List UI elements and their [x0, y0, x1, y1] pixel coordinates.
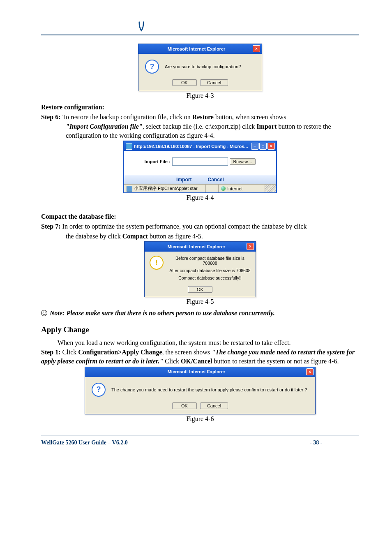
fig46-dialog: Microsoft Internet Explorer × ? The chan… [85, 367, 316, 414]
resize-grip[interactable] [265, 185, 276, 192]
close-icon[interactable]: × [267, 143, 275, 150]
warning-icon: ! [150, 256, 164, 270]
fig45-dialog: Microsoft Internet Explorer × ! Before c… [144, 241, 256, 297]
maximize-icon[interactable]: □ [259, 143, 267, 150]
import-link[interactable]: Import [176, 177, 191, 183]
fig43-title: Microsoft Internet Explorer [141, 46, 252, 51]
close-icon[interactable]: × [253, 45, 260, 52]
footer-rule [41, 435, 359, 435]
restore-step-body: "Import Configuration file", select back… [66, 122, 359, 140]
fig44-button-row: Import Cancel [124, 175, 276, 184]
ok-button[interactable]: OK [172, 79, 197, 86]
fig43-titlebar: Microsoft Internet Explorer × [138, 44, 262, 54]
fig44-statusbar: 小应用程序 FtpClientApplet star Internet [124, 184, 276, 192]
import-file-label: Import File : [145, 159, 171, 164]
footer-left: WellGate 5260 User Guide – V6.2.0 [41, 439, 310, 446]
fig46-titlebar: Microsoft Internet Explorer × [85, 367, 315, 377]
close-icon[interactable]: × [306, 368, 314, 375]
fig46-message: The change you made need to restart the … [111, 387, 307, 392]
step6-label: Step 6: [41, 113, 61, 120]
import-file-input[interactable] [172, 157, 228, 166]
fig44-window: http://192.168.19.180:10087 - Import Con… [123, 141, 277, 193]
fig46-title: Microsoft Internet Explorer [88, 369, 305, 374]
fig44-titlebar: http://192.168.19.180:10087 - Import Con… [124, 141, 276, 151]
compact-heading: Compact the database file: [41, 212, 359, 221]
fig45-msg3: Compact database successfully!! [169, 275, 251, 280]
cancel-button[interactable]: Cancel [200, 402, 228, 409]
cancel-link[interactable]: Cancel [208, 177, 224, 183]
cancel-button[interactable]: Cancel [200, 79, 228, 86]
step7-label: Step 7: [41, 223, 61, 230]
restore-step: Step 6: To restore the backup configurat… [41, 113, 359, 122]
page-footer: WellGate 5260 User Guide – V6.2.0 - 38 - [41, 439, 359, 446]
brand-text: m [141, 25, 143, 29]
note-line: Note: Please make sure that there is no … [41, 309, 359, 318]
fig43-dialog: Microsoft Internet Explorer × ? Are you … [138, 44, 262, 91]
question-icon: ? [145, 60, 159, 74]
ok-button[interactable]: OK [188, 286, 212, 293]
apply-change-heading: Apply Change [41, 325, 359, 334]
applet-icon [127, 186, 132, 192]
brand-logo: m [136, 21, 147, 32]
smiley-icon [41, 310, 47, 316]
ie-icon [126, 143, 132, 150]
fig46-caption: Figure 4-6 [41, 415, 359, 423]
fig43-message: Are you sure to backup configuration? [165, 64, 241, 69]
step1-label: Step 1: [41, 349, 61, 356]
compact-step: Step 7: In order to optimize the system … [41, 222, 359, 231]
fig44-caption: Figure 4-4 [41, 194, 359, 201]
ok-button[interactable]: OK [172, 402, 197, 409]
browse-button[interactable]: Browse... [230, 158, 256, 165]
fig45-msg2: After compact database file size is 7086… [169, 268, 251, 273]
question-icon: ? [92, 383, 106, 397]
fig45-title: Microsoft Internet Explorer [147, 244, 246, 249]
fig45-msg1: Before compact database file size is 708… [169, 256, 251, 266]
fig43-caption: Figure 4-3 [41, 92, 359, 99]
restore-heading: Restore configuration: [41, 103, 359, 112]
fig44-title: http://192.168.19.180:10087 - Import Con… [134, 144, 250, 149]
globe-icon [221, 186, 226, 191]
apply-step: Step 1: Click Configuration>Apply Change… [41, 348, 359, 365]
apply-para1: When you load a new working configuratio… [41, 338, 359, 347]
header-rule [41, 35, 359, 35]
fig45-titlebar: Microsoft Internet Explorer × [145, 242, 256, 252]
footer-page: - 38 - [310, 439, 359, 446]
close-icon[interactable]: × [247, 243, 254, 250]
minimize-icon[interactable]: – [251, 143, 258, 150]
fig45-caption: Figure 4-5 [41, 298, 359, 305]
